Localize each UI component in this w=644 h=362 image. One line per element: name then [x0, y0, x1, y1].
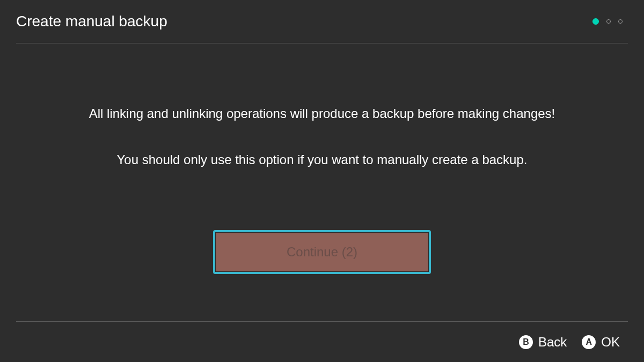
progress-dot-1 — [592, 18, 599, 25]
progress-dot-2 — [606, 19, 611, 24]
message-line-2: You should only use this option if you w… — [117, 151, 528, 169]
progress-indicator — [592, 18, 628, 25]
hint-ok: A OK — [582, 335, 620, 350]
b-button-icon: B — [519, 335, 533, 349]
continue-button[interactable]: Continue (2) — [216, 233, 428, 271]
content-area: All linking and unlinking operations wil… — [0, 43, 644, 322]
hint-back-label: Back — [538, 335, 567, 350]
footer: B Back A OK — [0, 322, 644, 362]
header: Create manual backup — [0, 0, 644, 43]
message-line-1: All linking and unlinking operations wil… — [89, 105, 555, 123]
hint-ok-label: OK — [601, 335, 620, 350]
continue-button-label: Continue (2) — [287, 245, 357, 260]
progress-dot-3 — [618, 19, 623, 24]
hint-back: B Back — [519, 335, 567, 350]
a-button-icon: A — [582, 335, 596, 349]
page-title: Create manual backup — [16, 13, 167, 30]
